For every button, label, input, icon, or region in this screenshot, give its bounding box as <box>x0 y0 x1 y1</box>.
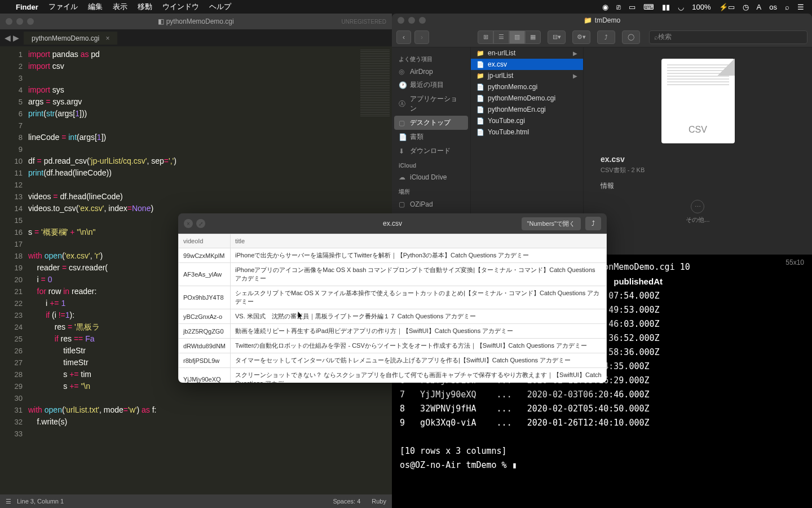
finder-title: tmDemo <box>595 16 620 24</box>
search-input[interactable]: ⌕ 検索 <box>649 30 807 44</box>
status-icon[interactable]: ⎚ <box>616 3 621 11</box>
file-item[interactable]: 📄pythonMemo.cgi <box>471 81 583 93</box>
quicklook-content[interactable]: videoIdtitle99wCzxMKplMiPhoneで出先からサーバーを遠… <box>178 234 607 383</box>
close-button[interactable] <box>6 18 12 25</box>
back-button[interactable]: ‹ <box>396 30 411 44</box>
group-button[interactable]: ⊟▾ <box>548 30 566 44</box>
table-row: POx9hbJY4T8シェルスクリプトでMac OS X ファイル基本操作で使え… <box>179 286 607 309</box>
table-row: r8bfjPSDL9wタイマーをセットしてインターバルで筋トレメニューを読み上げ… <box>179 353 607 368</box>
sidebar-applications[interactable]: Ⓐアプリケーション <box>392 92 470 116</box>
quicklook-open-button[interactable]: "Numbers"で開く <box>522 217 581 230</box>
more-label[interactable]: その他... <box>686 216 709 223</box>
folder-icon: 📁 <box>584 16 592 24</box>
airdrop-icon: ◎ <box>399 68 407 76</box>
clock-icon[interactable]: ◷ <box>743 3 749 11</box>
tag-button[interactable]: ◯ <box>622 30 640 44</box>
quicklook-share-button[interactable]: ⤴ <box>585 217 601 230</box>
menu-go[interactable]: 移動 <box>138 2 152 12</box>
active-app-name[interactable]: Finder <box>16 3 38 11</box>
quicklook-window: × ⤢ ex.csv "Numbers"で開く ⤴ videoIdtitle99… <box>178 213 607 383</box>
sidebar-section-icloud: iCloud <box>392 160 470 171</box>
clock-icon: 🕐 <box>399 81 407 89</box>
table-row: dRWtdu89dNMTwitterの自動化ロボットの仕組みを学習 - CSVか… <box>179 339 607 353</box>
forward-button[interactable]: › <box>414 30 429 44</box>
file-icon: 📄 <box>476 84 484 91</box>
finder-titlebar: 📁tmDemo <box>392 14 812 27</box>
sidebar-recents[interactable]: 🕐最近の項目 <box>392 78 470 92</box>
sidebar-section-locations: 場所 <box>392 186 470 198</box>
sidebar-icloud-drive[interactable]: ☁iCloud Drive <box>392 171 470 183</box>
status-icon[interactable]: ▭ <box>629 3 636 11</box>
nav-forward-icon[interactable]: ▶ <box>13 33 19 42</box>
minimize-button[interactable] <box>16 18 23 25</box>
file-item[interactable]: 📄pythonMemoEn.cgi <box>471 104 583 115</box>
download-icon: ⬇ <box>399 147 407 155</box>
file-item[interactable]: 📄YouTube.cgi <box>471 115 583 126</box>
view-icon-button[interactable]: ⊞ <box>478 30 493 44</box>
view-gallery-button[interactable]: ▦ <box>525 30 541 44</box>
more-actions-icon[interactable]: ⋯ <box>691 200 704 213</box>
status-icon[interactable]: ◉ <box>602 3 608 11</box>
device-icon: ▢ <box>399 200 407 208</box>
view-list-button[interactable]: ☰ <box>493 30 509 44</box>
table-row: AF3eAs_ylAwiPhoneアプリのアイコン画像をMac OS X bas… <box>179 263 607 286</box>
editor-titlebar: ◧ pythonMemoDemo.cgi UNREGISTERED <box>0 14 392 29</box>
zoom-button[interactable] <box>27 18 34 25</box>
menu-window[interactable]: ウインドウ <box>162 2 199 12</box>
user-name[interactable]: os <box>769 3 777 11</box>
quicklook-title: ex.csv <box>383 220 402 227</box>
editor-tab-bar: ◀ ▶ pythonMemoDemo.cgi × <box>0 29 392 46</box>
table-row: yBCzGnxAz-oVS. 米国式 沈黙の審査員｜黒板ライブトーク番外編１７ … <box>179 309 607 324</box>
control-center-icon[interactable]: ☰ <box>797 3 804 11</box>
status-language[interactable]: Ruby <box>372 498 386 505</box>
status-spaces[interactable]: Spaces: 4 <box>333 498 360 505</box>
table-header: title <box>231 234 607 248</box>
sidebar-airdrop[interactable]: ◎AirDrop <box>392 65 470 78</box>
nav-back-icon[interactable]: ◀ <box>5 33 11 42</box>
menu-view[interactable]: 表示 <box>113 2 127 12</box>
line-gutter: 1234567891011121314151617181920212223242… <box>0 46 28 494</box>
editor-title: pythonMemoDemo.cgi <box>166 17 234 25</box>
file-item[interactable]: 📁jp-urlList▶ <box>471 70 583 81</box>
quicklook-fullscreen-button[interactable]: ⤢ <box>196 219 205 228</box>
view-column-button[interactable]: ▥ <box>509 30 525 44</box>
finder-toolbar: ‹ › ⊞ ☰ ▥ ▦ ⊟▾ ⚙▾ ⤴ ◯ ⌕ 検索 <box>392 27 812 47</box>
menu-help[interactable]: ヘルプ <box>209 2 231 12</box>
file-item[interactable]: 📄ex.csv <box>471 59 583 70</box>
sidebar-documents[interactable]: 📄書類 <box>392 130 470 144</box>
share-button[interactable]: ⤴ <box>597 30 615 44</box>
battery-icon[interactable]: ⚡▭ <box>719 3 735 11</box>
file-item[interactable]: 📁en-urlList▶ <box>471 47 583 59</box>
preview-info-header: 情報 <box>601 181 795 191</box>
csv-label: CSV <box>661 125 735 135</box>
table-row: 99wCzxMKplMiPhoneで出先からサーバーを遠隔操作してTwitter… <box>179 248 607 263</box>
menu-file[interactable]: ファイル <box>48 2 78 12</box>
file-icon: 📄 <box>476 61 484 68</box>
spotlight-icon[interactable]: ⌕ <box>785 3 789 11</box>
menubar: Finder ファイル 編集 表示 移動 ウインドウ ヘルプ ◉ ⎚ ▭ ⌨ ▮… <box>0 0 812 14</box>
tab-close-icon[interactable]: × <box>105 34 109 42</box>
close-button[interactable] <box>398 17 404 24</box>
file-icon: 📄 <box>476 95 484 102</box>
sidebar-downloads[interactable]: ⬇ダウンロード <box>392 144 470 158</box>
cursor-position[interactable]: Line 3, Column 1 <box>17 498 64 505</box>
status-icon[interactable]: ▮▮ <box>662 3 670 11</box>
zoom-button[interactable] <box>419 17 426 24</box>
status-icon[interactable]: ⌨ <box>643 3 654 11</box>
sidebar-desktop[interactable]: ▢デスクトップ <box>394 116 468 130</box>
wifi-icon[interactable]: ◡ <box>678 3 684 11</box>
editor-tab[interactable]: pythonMemoDemo.cgi × <box>24 32 117 45</box>
quicklook-close-button[interactable]: × <box>184 219 193 228</box>
input-source-icon[interactable]: A <box>757 3 762 11</box>
sidebar-section-favorites: よく使う項目 <box>392 53 470 65</box>
file-item[interactable]: 📄pythonMemoDemo.cgi <box>471 93 583 104</box>
menu-edit[interactable]: 編集 <box>88 2 103 12</box>
file-thumbnail: CSV <box>661 59 735 143</box>
status-menu-icon[interactable]: ☰ <box>6 498 11 505</box>
minimize-button[interactable] <box>408 17 415 24</box>
sidebar-device[interactable]: ▢OZiPad <box>392 198 470 211</box>
unregistered-label: UNREGISTERED <box>342 19 386 25</box>
file-item[interactable]: 📄YouTube.html <box>471 126 583 138</box>
editor-status-bar: ☰ Line 3, Column 1 Spaces: 4 Ruby <box>0 494 392 508</box>
action-button[interactable]: ⚙▾ <box>572 30 590 44</box>
